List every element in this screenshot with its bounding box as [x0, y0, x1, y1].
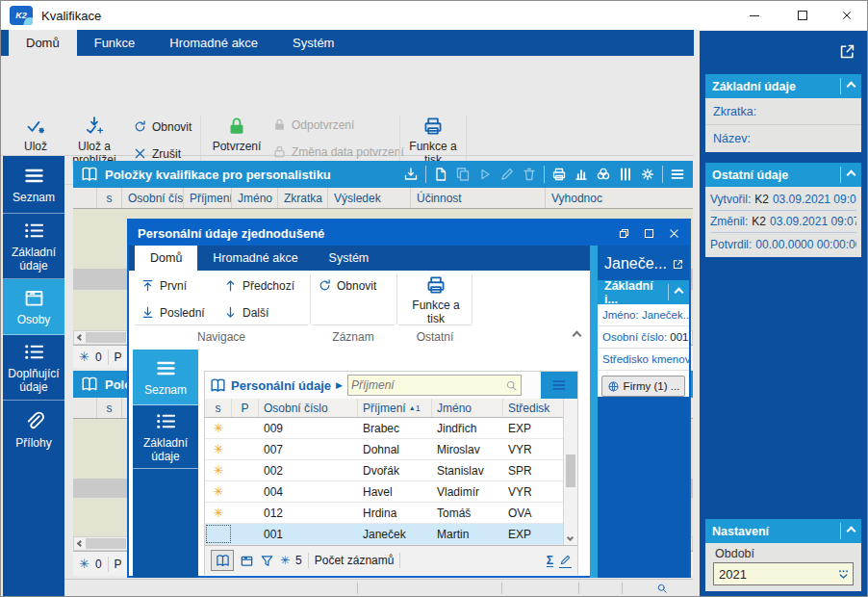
collapse-icon[interactable] — [847, 527, 856, 536]
scroll-left-icon[interactable] — [77, 334, 84, 341]
period-input[interactable] — [713, 562, 854, 585]
col-osobni-cislo[interactable]: Osobní číslo — [122, 188, 184, 208]
first-button[interactable]: První — [140, 278, 187, 293]
col-p[interactable]: P — [232, 399, 259, 417]
splitter[interactable] — [590, 246, 598, 578]
grid-menu-button[interactable] — [541, 372, 577, 399]
save-button[interactable]: Ulož — [11, 116, 61, 154]
info-jmeno: Jméno: Janeček... — [598, 304, 689, 326]
col-s[interactable]: s — [97, 398, 122, 418]
chart-icon[interactable] — [574, 167, 589, 182]
col-zkratka[interactable]: Zkratka — [278, 188, 328, 208]
col-osobni-cislo[interactable]: Osobní číslo — [259, 399, 358, 417]
close-icon[interactable] — [668, 227, 680, 240]
venn-icon[interactable] — [596, 167, 611, 182]
ribbon-collapse-icon[interactable] — [573, 331, 582, 341]
last-button[interactable]: Poslední — [140, 305, 205, 320]
dropdown-arrow-icon[interactable]: ▶ — [336, 380, 343, 390]
sidebar-item-zakladni-udaje[interactable]: Základní údaje — [3, 214, 64, 279]
status-label: Počet záznamů — [315, 554, 395, 567]
previous-button[interactable]: Předchozí — [223, 278, 294, 293]
import-icon[interactable] — [403, 167, 419, 182]
col-prijmeni[interactable]: Příjmení ▲ 1 — [358, 399, 432, 417]
card-view-icon[interactable] — [240, 554, 254, 568]
minimize-button[interactable] — [732, 1, 777, 30]
section-header[interactable]: Nastavení — [705, 519, 861, 543]
tab-system[interactable]: Systém — [275, 30, 351, 56]
table-row[interactable]: ✳ 009 Brabec Jindřich EXP — [205, 418, 577, 439]
collapse-icon[interactable] — [847, 82, 856, 91]
collapse-icon[interactable] — [847, 170, 856, 180]
scroll-down-icon[interactable] — [567, 534, 574, 541]
next-button[interactable]: Další — [223, 305, 268, 320]
record-marker: ✳ — [205, 481, 232, 502]
field-zkratka[interactable]: Zkratka: — [705, 98, 861, 125]
table-row[interactable]: ✳ 002 Dvořák Stanislav SPR — [205, 460, 577, 481]
modal-sidebar-item-seznam[interactable]: Seznam — [133, 350, 198, 405]
col-prijmeni[interactable]: Příjmení — [184, 188, 232, 208]
search-icon — [505, 379, 518, 392]
modal-tab-domu[interactable]: Domů — [135, 246, 197, 271]
modal-tab-system[interactable]: Systém — [314, 246, 385, 271]
save-and-view-button[interactable]: Ulož a prohlížej — [63, 116, 126, 168]
modal-grid-vscrollbar[interactable] — [563, 399, 577, 545]
table-row-selected[interactable]: 001 Janeček Martin EXP — [205, 524, 577, 545]
sidebar-item-seznam[interactable]: Seznam — [3, 156, 64, 214]
cancel-button[interactable]: Zrušit — [133, 146, 181, 161]
table-row[interactable]: ✳ 004 Havel Vladimír VYR — [205, 481, 577, 503]
section-header[interactable]: Ostatní údaje — [705, 163, 861, 187]
close-button[interactable] — [825, 1, 868, 30]
settings-gear-icon[interactable] — [640, 167, 655, 182]
col-vyhodnoceni[interactable]: Vyhodnoc — [546, 188, 693, 208]
section-nastaveni: Nastavení Období — [705, 519, 861, 591]
print-icon[interactable] — [551, 167, 567, 182]
functions-print-button[interactable]: Funkce a tisk — [405, 116, 461, 168]
col-jmeno[interactable]: Jméno — [432, 399, 503, 417]
refresh-button[interactable]: Obnovit — [133, 119, 191, 134]
scrollbar-thumb[interactable] — [566, 454, 575, 487]
col-s[interactable]: s — [97, 188, 122, 208]
scroll-left-icon[interactable] — [77, 540, 84, 547]
collapse-icon[interactable] — [675, 288, 684, 298]
menu-icon[interactable] — [670, 167, 685, 182]
confirm-button[interactable]: Potvrzení — [209, 116, 265, 154]
sidebar-item-osoby[interactable]: Osoby — [3, 279, 64, 335]
tab-domu[interactable]: Domů — [9, 30, 77, 56]
table-row[interactable]: ✳ 007 Dohnal Miroslav VYR — [205, 439, 577, 460]
book-view-button[interactable] — [211, 550, 234, 571]
col-stredisko[interactable]: Středisk — [503, 399, 565, 417]
modal-tab-hromadne-akce[interactable]: Hromadné akce — [197, 246, 313, 271]
scrollbar-thumb[interactable] — [86, 538, 126, 549]
maximize-button[interactable] — [780, 1, 825, 30]
zoom-icon[interactable] — [656, 583, 668, 594]
external-link-icon[interactable] — [838, 42, 856, 61]
firms-button[interactable]: Firmy (1) ... — [601, 376, 685, 397]
modal-refresh-button[interactable]: Obnovit — [318, 278, 376, 293]
sum-icon[interactable]: Σ — [547, 555, 553, 567]
tab-funkce[interactable]: Funkce — [77, 30, 153, 56]
scrollbar-thumb[interactable] — [86, 332, 126, 343]
col-ucinnost[interactable]: Účinnost — [411, 188, 546, 208]
col-s[interactable]: s — [205, 399, 232, 417]
sidebar-item-prilohy[interactable]: Přílohy — [3, 401, 64, 460]
field-nazev[interactable]: Název: — [705, 125, 861, 152]
new-document-icon[interactable] — [433, 167, 448, 182]
columns-icon[interactable] — [618, 167, 633, 182]
search-input[interactable] — [351, 378, 505, 392]
modal-functions-print-button[interactable]: Funkce a tisk — [406, 274, 466, 326]
maximize-icon[interactable] — [643, 227, 655, 240]
col-vysledek[interactable]: Výsledek — [328, 188, 411, 208]
filter-icon[interactable] — [260, 554, 274, 568]
edit-icon[interactable] — [559, 554, 572, 566]
refresh-icon — [318, 278, 332, 293]
external-link-icon[interactable] — [672, 258, 684, 271]
sidebar-item-doplnujici-udaje[interactable]: Doplňující údaje — [3, 335, 64, 401]
tab-hromadne-akce[interactable]: Hromadné akce — [152, 30, 275, 56]
modal-sidebar-item-zakladni-udaje[interactable]: Základní údaje — [133, 405, 198, 469]
table-row[interactable]: ✳ 012 Hrdina Tomáš OVA — [205, 503, 577, 524]
section-header[interactable]: Základní i... — [598, 280, 689, 304]
restore-icon[interactable] — [618, 227, 630, 240]
col-jmeno[interactable]: Jméno — [232, 188, 278, 208]
section-header[interactable]: Základní údaje — [705, 74, 861, 98]
dropdown-icon[interactable] — [836, 567, 851, 582]
